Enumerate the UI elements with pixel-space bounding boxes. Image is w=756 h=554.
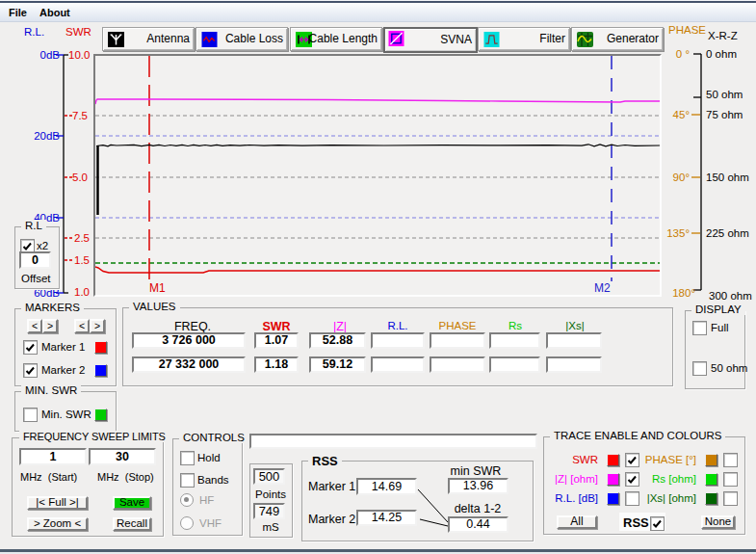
svg-text:M1: M1 bbox=[149, 281, 166, 295]
svg-text:M2: M2 bbox=[594, 281, 611, 295]
